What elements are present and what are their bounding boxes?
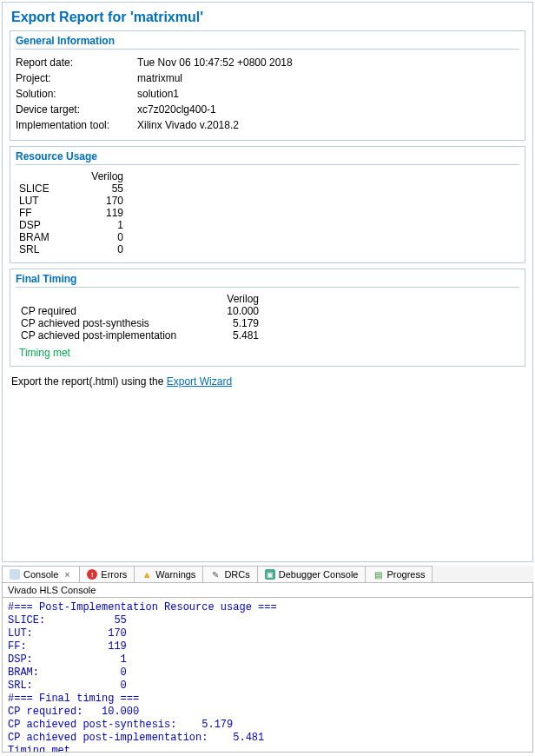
tab-label: Console — [23, 569, 58, 580]
info-value: solution1 — [137, 88, 179, 100]
export-text: Export the report(.html) using the — [11, 375, 167, 388]
resource-row: BRAM0 — [19, 231, 519, 243]
resource-name: FF — [19, 207, 71, 219]
resource-row: DSP1 — [19, 219, 519, 231]
timing-value: 5.179 — [207, 317, 259, 329]
timing-name: CP achieved post-implementation — [16, 329, 207, 342]
resource-row: LUT170 — [19, 195, 519, 207]
timing-table: Verilog CP required10.000CP achieved pos… — [16, 293, 519, 342]
timing-name: CP achieved post-synthesis — [16, 317, 207, 329]
warning-icon: ▲ — [142, 569, 152, 580]
info-label: Implementation tool: — [16, 119, 137, 131]
tab-progress[interactable]: ▤ Progress — [365, 566, 433, 582]
section-header-resource: Resource Usage — [16, 150, 519, 165]
error-icon: ! — [87, 569, 97, 580]
info-label: Report date: — [16, 56, 137, 69]
resource-name: DSP — [19, 219, 71, 231]
timing-status: Timing met — [19, 347, 519, 359]
tab-errors[interactable]: ! Errors — [79, 566, 135, 582]
bottom-tabstrip: Console × ! Errors ▲ Warnings ✎ DRCs ▣ D… — [2, 566, 533, 583]
console-line: FF: 119 — [8, 640, 527, 653]
resource-row: FF119 — [19, 207, 519, 219]
info-row: Implementation tool:Xilinx Vivado v.2018… — [16, 117, 519, 133]
console-icon — [10, 569, 20, 580]
tab-label: Debugger Console — [279, 569, 359, 580]
resource-value: 119 — [71, 207, 123, 219]
export-line: Export the report(.html) using the Expor… — [11, 375, 525, 388]
console-line: CP achieved post-synthesis: 5.179 — [8, 719, 527, 732]
tab-debugger-console[interactable]: ▣ Debugger Console — [257, 566, 367, 582]
resource-usage-section: Resource Usage Verilog SLICE55LUT170FF11… — [10, 146, 525, 263]
info-label: Project: — [16, 72, 137, 84]
resource-name: LUT — [19, 195, 71, 207]
debugger-icon: ▣ — [265, 569, 275, 580]
info-value: Xilinx Vivado v.2018.2 — [137, 119, 239, 131]
tab-label: DRCs — [224, 569, 249, 580]
info-row: Device target:xc7z020clg400-1 — [16, 102, 519, 117]
resource-usage-table: Verilog SLICE55LUT170FF119DSP1BRAM0SRL0 — [19, 170, 519, 255]
export-wizard-link[interactable]: Export Wizard — [167, 375, 232, 388]
resource-name: SLICE — [19, 182, 71, 195]
resource-row: SRL0 — [19, 243, 519, 255]
tab-console[interactable]: Console × — [2, 566, 80, 582]
resource-value: 0 — [71, 243, 123, 255]
console-area: Console × ! Errors ▲ Warnings ✎ DRCs ▣ D… — [2, 566, 533, 753]
tab-label: Progress — [386, 569, 425, 580]
console-output[interactable]: #=== Post-Implementation Resource usage … — [2, 598, 533, 753]
console-line: Timing met — [8, 745, 527, 753]
timing-row: CP required10.000 — [16, 305, 519, 317]
resource-value: 55 — [71, 182, 123, 195]
drc-icon: ✎ — [210, 569, 221, 580]
timing-value: 10.000 — [207, 305, 259, 317]
info-label: Solution: — [16, 88, 137, 100]
resource-row: SLICE55 — [19, 182, 519, 195]
tab-drcs[interactable]: ✎ DRCs — [202, 566, 257, 582]
resource-name: SRL — [19, 243, 71, 255]
timing-column-header: Verilog — [207, 293, 259, 305]
console-subheader: Vivado HLS Console — [2, 583, 533, 598]
timing-value: 5.481 — [207, 329, 259, 342]
info-value: Tue Nov 06 10:47:52 +0800 2018 — [137, 56, 293, 69]
resource-column-header: Verilog — [71, 170, 123, 182]
report-panel: Export Report for 'matrixmul' General In… — [2, 2, 533, 562]
resource-value: 0 — [71, 231, 123, 243]
general-information-section: General Information Report date:Tue Nov … — [10, 30, 525, 141]
info-row: Report date:Tue Nov 06 10:47:52 +0800 20… — [16, 55, 519, 70]
tab-label: Warnings — [155, 569, 195, 580]
resource-value: 1 — [71, 219, 123, 231]
timing-name: CP required — [16, 305, 207, 317]
console-line: #=== Post-Implementation Resource usage … — [8, 601, 527, 614]
timing-row: CP achieved post-implementation5.481 — [16, 329, 519, 342]
console-line: SLICE: 55 — [8, 614, 527, 627]
progress-icon: ▤ — [373, 569, 383, 580]
console-line: BRAM: 0 — [8, 666, 527, 680]
info-row: Solution:solution1 — [16, 86, 519, 102]
timing-row: CP achieved post-synthesis5.179 — [16, 317, 519, 329]
console-line: LUT: 170 — [8, 627, 527, 640]
report-title: Export Report for 'matrixmul' — [11, 10, 525, 25]
tab-warnings[interactable]: ▲ Warnings — [134, 566, 203, 582]
console-line: DSP: 1 — [8, 653, 527, 666]
final-timing-section: Final Timing Verilog CP required10.000CP… — [10, 269, 525, 367]
info-label: Device target: — [16, 103, 137, 116]
section-header-timing: Final Timing — [16, 273, 519, 288]
info-value: matrixmul — [137, 72, 182, 84]
close-icon[interactable]: × — [62, 569, 72, 580]
console-line: #=== Final timing === — [8, 693, 527, 706]
resource-name: BRAM — [19, 231, 71, 243]
console-line: CP required: 10.000 — [8, 706, 527, 719]
info-value: xc7z020clg400-1 — [137, 103, 216, 116]
console-line: SRL: 0 — [8, 680, 527, 693]
console-line: CP achieved post-implementation: 5.481 — [8, 732, 527, 745]
resource-value: 170 — [71, 195, 123, 207]
tab-label: Errors — [101, 569, 127, 580]
section-header-general: General Information — [16, 35, 519, 50]
info-row: Project:matrixmul — [16, 70, 519, 86]
